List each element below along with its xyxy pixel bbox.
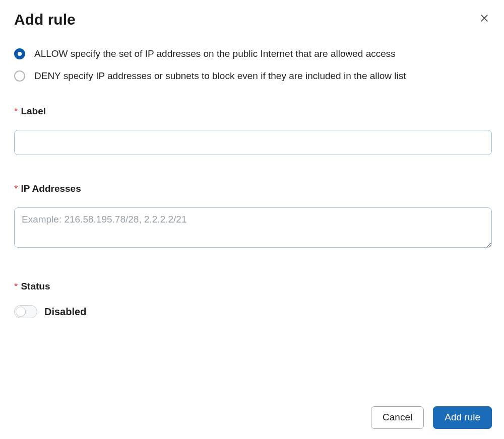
close-icon <box>479 13 489 26</box>
submit-button[interactable]: Add rule <box>433 406 492 429</box>
ip-addresses-section: *IP Addresses <box>14 183 492 250</box>
rule-type-allow[interactable]: ALLOW specify the set of IP addresses on… <box>14 48 492 59</box>
status-toggle[interactable] <box>14 305 37 318</box>
required-asterisk: * <box>14 281 18 291</box>
required-asterisk: * <box>14 183 18 194</box>
rule-type-allow-label: ALLOW specify the set of IP addresses on… <box>34 48 396 59</box>
rule-type-deny[interactable]: DENY specify IP addresses or subnets to … <box>14 70 492 82</box>
label-field-label: *Label <box>14 106 492 117</box>
status-label: *Status <box>14 281 492 292</box>
dialog-footer: Cancel Add rule <box>371 406 492 429</box>
rule-type-radio-group: ALLOW specify the set of IP addresses on… <box>14 48 492 82</box>
radio-icon <box>14 70 25 82</box>
rule-type-deny-label: DENY specify IP addresses or subnets to … <box>34 70 406 82</box>
status-row: Disabled <box>14 305 492 318</box>
ip-addresses-label: *IP Addresses <box>14 183 492 194</box>
toggle-knob-icon <box>16 307 26 317</box>
label-field-section: *Label <box>14 106 492 155</box>
status-section: *Status Disabled <box>14 281 492 318</box>
required-asterisk: * <box>14 106 18 116</box>
ip-addresses-input[interactable] <box>14 207 492 248</box>
cancel-button[interactable]: Cancel <box>371 406 424 429</box>
status-text: Disabled <box>44 306 86 318</box>
close-button[interactable] <box>477 12 492 27</box>
label-input[interactable] <box>14 130 492 155</box>
radio-icon <box>14 48 25 59</box>
dialog-header: Add rule <box>14 11 492 28</box>
dialog-title: Add rule <box>14 11 76 28</box>
